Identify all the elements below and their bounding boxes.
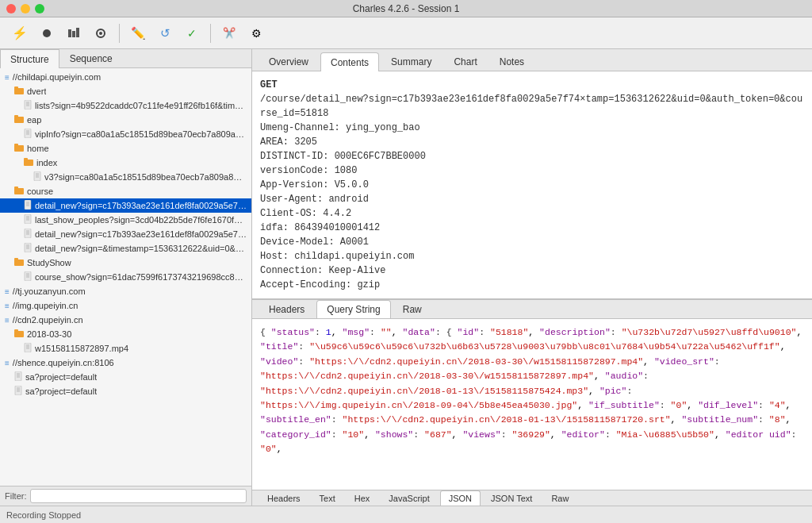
sidebar-item[interactable]: eap xyxy=(0,113,251,127)
sidebar-item[interactable]: ≡//shence.qupeiyin.cn:8106 xyxy=(0,356,251,370)
response-panel: { "status": 1, "msg": "", "data": { "id"… xyxy=(252,319,812,490)
statusbar: Recording Stopped xyxy=(0,506,812,523)
sidebar-item-label: course_show?sign=61dac7599f6173743219698… xyxy=(35,272,247,282)
file-icon xyxy=(14,371,22,383)
tab-structure[interactable]: Structure xyxy=(0,49,59,68)
breakpoint-button[interactable] xyxy=(89,22,113,44)
file-icon xyxy=(24,243,32,254)
svg-rect-44 xyxy=(14,260,24,266)
throttle-button[interactable] xyxy=(62,22,86,44)
sidebar-item[interactable]: course xyxy=(0,184,251,198)
compose-button[interactable]: ✏️ xyxy=(126,22,150,44)
main-layout: Structure Sequence ≡//childapi.qupeiyin.… xyxy=(0,49,812,506)
svg-rect-46 xyxy=(25,271,31,281)
svg-rect-51 xyxy=(14,329,18,332)
response-tab-json-text[interactable]: JSON Text xyxy=(482,490,541,506)
svg-rect-6 xyxy=(14,88,24,94)
sidebar-item[interactable]: ≡//childapi.qupeiyin.com xyxy=(0,70,251,84)
sidebar-item[interactable]: StudyShow xyxy=(0,256,251,270)
close-button[interactable] xyxy=(6,4,16,13)
tab-sequence[interactable]: Sequence xyxy=(59,49,123,67)
sidebar-item[interactable]: detail_new?sign=c17b393ae23e161def8fa002… xyxy=(0,198,251,213)
svg-rect-52 xyxy=(25,343,31,352)
sidebar-item[interactable]: lists?sign=4b9522dcaddc07c11fe4e91ff26fb… xyxy=(0,98,251,113)
svg-rect-18 xyxy=(14,145,24,152)
request-subtab-raw[interactable]: Raw xyxy=(393,300,432,318)
sidebar-item-label: detail_new?sign=c17b393ae23e161def8fa002… xyxy=(35,229,247,239)
sidebar-item-label: sa?project=default xyxy=(25,372,97,382)
response-tab-json[interactable]: JSON xyxy=(440,490,481,506)
request-header: Accept-Encoding: gzip xyxy=(260,278,804,292)
tab-overview[interactable]: Overview xyxy=(259,52,319,71)
sidebar-item[interactable]: detail_new?sign=&timestamp=1536312622&ui… xyxy=(0,241,251,256)
svg-rect-28 xyxy=(25,200,31,210)
file-icon xyxy=(24,214,32,225)
tick-button[interactable]: ✓ xyxy=(180,22,204,44)
sidebar-item[interactable]: course_show?sign=61dac7599f6173743219698… xyxy=(0,270,251,284)
svg-rect-50 xyxy=(14,331,24,337)
sidebar-item[interactable]: ≡//tj.youzanyun.com xyxy=(0,284,251,298)
folder-icon xyxy=(14,144,24,153)
folder-icon xyxy=(14,258,24,267)
sidebar-item-label: course xyxy=(27,187,53,196)
tab-notes[interactable]: Notes xyxy=(489,52,534,71)
tab-contents[interactable]: Contents xyxy=(320,52,379,71)
svg-rect-12 xyxy=(14,117,24,123)
response-tab-raw[interactable]: Raw xyxy=(542,490,577,506)
svg-rect-19 xyxy=(14,144,18,146)
sidebar-item[interactable]: ≡//img.qupeiyin.cn xyxy=(0,298,251,313)
sidebar-item[interactable]: index xyxy=(0,156,251,170)
request-subtab-query-string[interactable]: Query String xyxy=(316,300,390,318)
status-text: Recording Stopped xyxy=(6,510,81,520)
request-subtab-headers[interactable]: Headers xyxy=(259,300,315,318)
response-tab-headers[interactable]: Headers xyxy=(259,490,309,506)
request-header: AREA: 3205 xyxy=(260,135,804,149)
tab-chart[interactable]: Chart xyxy=(443,52,487,71)
minimize-button[interactable] xyxy=(21,4,30,13)
window-controls[interactable] xyxy=(6,4,44,13)
sidebar-item-label: //cdn2.qupeiyin.cn xyxy=(13,315,83,325)
lightning-button[interactable]: ⚡ xyxy=(8,22,32,44)
sidebar: Structure Sequence ≡//childapi.qupeiyin.… xyxy=(0,49,252,506)
response-tab-hex[interactable]: Hex xyxy=(346,490,379,506)
sidebar-item[interactable]: w15158115872897.mp4 xyxy=(0,341,251,356)
sidebar-item-label: //shence.qupeiyin.cn:8106 xyxy=(13,358,114,367)
refresh-button[interactable]: ↺ xyxy=(153,22,177,44)
sidebar-item[interactable]: dvert xyxy=(0,84,251,98)
sidebar-item[interactable]: last_show_peoples?sign=3cd04b22b5de7f6fe… xyxy=(0,213,251,227)
request-panel: GET/course/detail_new?sign=c17b393ae23e1… xyxy=(252,71,812,299)
record-button[interactable] xyxy=(35,22,59,44)
response-tab-text[interactable]: Text xyxy=(311,490,344,506)
sidebar-item[interactable]: home xyxy=(0,141,251,156)
file-icon xyxy=(24,343,32,354)
sidebar-item[interactable]: vipInfo?sign=ca80a1a5c18515d89bea70ecb7a… xyxy=(0,127,251,141)
maximize-button[interactable] xyxy=(35,4,44,13)
sidebar-item[interactable]: ≡//cdn2.qupeiyin.cn xyxy=(0,313,251,327)
sidebar-item-label: vipInfo?sign=ca80a1a5c18515d89bea70ecb7a… xyxy=(35,129,247,139)
folder-icon xyxy=(14,87,24,96)
sidebar-item[interactable]: v3?sign=ca80a1a5c18515d89bea70ecb7a809a8… xyxy=(0,170,251,184)
svg-rect-7 xyxy=(14,87,18,89)
sidebar-item-label: w15158115872897.mp4 xyxy=(35,344,128,353)
sidebar-item[interactable]: sa?project=default xyxy=(0,384,251,398)
svg-rect-14 xyxy=(25,129,31,138)
sidebar-item[interactable]: 2018-03-30 xyxy=(0,327,251,341)
settings-button[interactable]: ⚙ xyxy=(244,22,268,44)
response-tab-javascript[interactable]: JavaScript xyxy=(380,490,438,506)
sidebar-item[interactable]: sa?project=default xyxy=(0,370,251,384)
request-header: Host: childapi.qupeiyin.com xyxy=(260,249,804,263)
request-header: idfa: 864394010001412 xyxy=(260,221,804,235)
tools-button[interactable]: ✂️ xyxy=(217,22,241,44)
sidebar-item-label: sa?project=default xyxy=(25,386,97,396)
sidebar-item-label: detail_new?sign=&timestamp=1536312622&ui… xyxy=(35,244,247,253)
content-area: OverviewContentsSummaryChartNotes GET/co… xyxy=(252,49,812,506)
tab-summary[interactable]: Summary xyxy=(381,52,442,71)
sidebar-item[interactable]: detail_new?sign=c17b393ae23e161def8fa002… xyxy=(0,227,251,241)
sidebar-item-label: eap xyxy=(27,115,41,125)
filter-input[interactable] xyxy=(30,489,247,503)
folder-icon xyxy=(14,187,24,196)
link-icon: ≡ xyxy=(5,302,10,310)
sidebar-item-label: //img.qupeiyin.cn xyxy=(13,301,79,310)
request-method-url: GET xyxy=(260,78,804,92)
window-title: Charles 4.2.6 - Session 1 xyxy=(353,3,460,14)
